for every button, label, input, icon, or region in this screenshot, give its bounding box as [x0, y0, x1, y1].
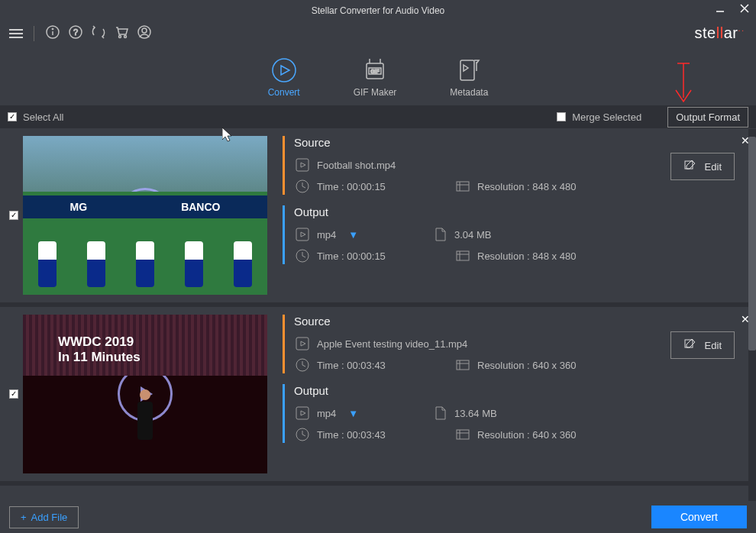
svg-text:GIF: GIF [370, 69, 380, 74]
svg-point-8 [119, 36, 121, 38]
output-format-button[interactable]: Output Format [667, 107, 748, 128]
resolution-cell: Resolution : 640 x 360 [454, 357, 599, 373]
close-button[interactable] [738, 2, 751, 15]
output-format: mp4 [317, 229, 336, 241]
filename: Football shot.mp4 [317, 160, 396, 171]
tab-metadata[interactable]: Metadata [450, 57, 488, 98]
thumb-text: BANCO [181, 201, 220, 213]
svg-point-11 [142, 28, 147, 33]
info-icon[interactable] [45, 24, 60, 43]
tab-label: Convert [268, 87, 300, 98]
merge-selected-checkbox[interactable] [557, 112, 566, 121]
svg-rect-19 [460, 60, 474, 80]
size-cell: 3.04 MB [431, 226, 577, 243]
output-heading: Output [294, 205, 751, 218]
svg-rect-43 [457, 360, 469, 370]
chevron-down-icon: ▼ [348, 229, 358, 241]
bottom-bar: + Add File Convert [0, 501, 756, 533]
main-tabs: Convert GIF GIF Maker Metadata [0, 46, 756, 105]
file-size: 3.04 MB [454, 229, 491, 241]
tab-gif-maker[interactable]: GIF GIF Maker [354, 57, 397, 98]
list-item: MGBANCO ✕ Edit Source Football shot.mp4 [0, 128, 756, 307]
tab-label: GIF Maker [354, 87, 397, 98]
svg-point-9 [124, 36, 127, 38]
svg-marker-33 [301, 232, 305, 237]
list-header-bar: Select All Merge Selected Output Format [0, 105, 756, 128]
svg-rect-40 [296, 338, 309, 350]
resolution-cell: Resolution : 640 x 360 [454, 426, 599, 443]
thumb-text: MG [70, 201, 88, 213]
time-cell: Time : 00:03:43 [294, 426, 439, 443]
svg-rect-29 [457, 182, 469, 191]
svg-rect-46 [296, 407, 309, 419]
file-size: 13.64 MB [454, 408, 497, 419]
help-icon[interactable]: ? [68, 24, 83, 43]
output-heading: Output [294, 384, 751, 397]
svg-marker-41 [301, 341, 305, 346]
time-cell: Time : 00:03:43 [294, 357, 439, 373]
video-thumbnail[interactable]: MGBANCO [23, 136, 267, 295]
metadata-icon [454, 57, 483, 84]
top-toolbar: ? [0, 21, 756, 46]
convert-button[interactable]: Convert [651, 506, 747, 528]
file-list: MGBANCO ✕ Edit Source Football shot.mp4 [0, 128, 756, 493]
output-format: mp4 [317, 408, 336, 419]
svg-rect-35 [457, 251, 469, 260]
edit-label: Edit [705, 340, 722, 351]
filename-cell: Football shot.mp4 [294, 157, 439, 173]
brand-logo: stellar.. [695, 24, 745, 42]
menu-icon[interactable] [9, 29, 23, 38]
source-heading: Source [294, 136, 751, 149]
time-cell: Time : 00:00:15 [294, 178, 439, 195]
svg-text:?: ? [73, 27, 78, 37]
format-cell[interactable]: mp4 ▼ [294, 405, 416, 422]
merge-selected-label: Merge Selected [572, 111, 641, 123]
svg-marker-47 [301, 411, 305, 415]
svg-rect-26 [296, 159, 309, 171]
gif-icon: GIF [360, 57, 389, 84]
video-thumbnail[interactable]: WWDC 2019 In 11 Minutes [23, 315, 267, 473]
svg-point-4 [52, 28, 53, 30]
select-all-checkbox[interactable] [8, 112, 17, 121]
filename: Apple Event testing video_11.mp4 [317, 338, 467, 350]
convert-icon [270, 57, 299, 84]
divider [34, 26, 34, 41]
resolution-cell: Resolution : 848 x 480 [454, 178, 599, 195]
svg-marker-27 [301, 163, 305, 167]
titlebar: Stellar Converter for Audio Video [0, 0, 756, 21]
list-item: WWDC 2019 In 11 Minutes ✕ Edit Source Ap… [0, 307, 756, 486]
add-file-label: Add File [31, 512, 68, 523]
scrollbar-thumb[interactable] [748, 137, 756, 350]
cart-icon[interactable] [114, 24, 129, 43]
add-file-button[interactable]: + Add File [9, 506, 79, 528]
tab-label: Metadata [450, 87, 488, 98]
item-checkbox[interactable] [9, 211, 18, 220]
edit-label: Edit [705, 161, 722, 173]
source-heading: Source [294, 315, 751, 328]
time-cell: Time : 00:00:15 [294, 247, 439, 264]
format-cell[interactable]: mp4 ▼ [294, 226, 416, 243]
size-cell: 13.64 MB [431, 405, 577, 422]
chevron-down-icon: ▼ [348, 408, 358, 419]
edit-button[interactable]: Edit [670, 331, 735, 359]
scrollbar[interactable] [748, 129, 756, 501]
app-title: Stellar Converter for Audio Video [312, 5, 445, 16]
refresh-icon[interactable] [91, 24, 106, 43]
svg-rect-32 [296, 228, 309, 241]
tab-convert[interactable]: Convert [268, 57, 300, 98]
svg-marker-13 [281, 66, 289, 75]
thumb-text: WWDC 2019 In 11 Minutes [58, 334, 141, 366]
item-checkbox[interactable] [9, 389, 18, 399]
resolution-cell: Resolution : 848 x 480 [454, 247, 599, 264]
svg-rect-49 [457, 430, 469, 439]
svg-marker-20 [464, 65, 468, 71]
user-icon[interactable] [137, 24, 152, 43]
plus-icon: + [21, 512, 27, 523]
select-all-label: Select All [23, 111, 63, 123]
edit-button[interactable]: Edit [670, 153, 735, 180]
svg-point-12 [273, 59, 296, 82]
filename-cell: Apple Event testing video_11.mp4 [294, 335, 467, 352]
minimize-button[interactable] [713, 2, 727, 15]
